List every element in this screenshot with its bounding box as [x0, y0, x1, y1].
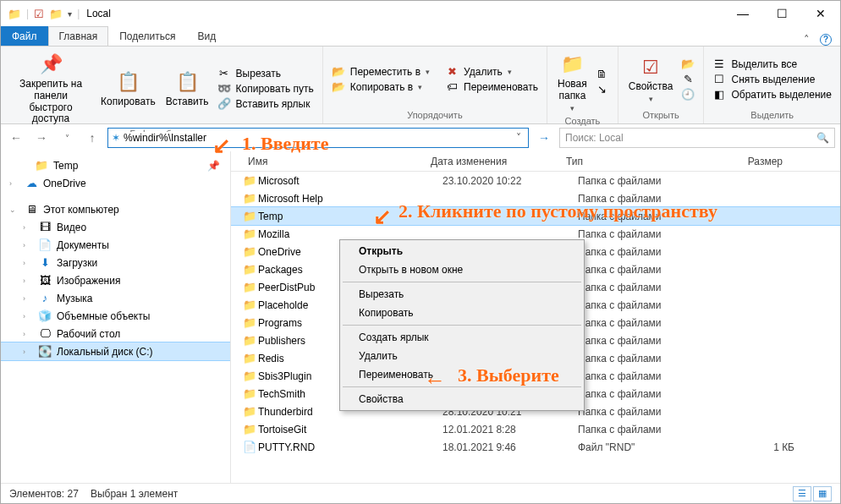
- properties-button[interactable]: ☑ Свойства: [624, 52, 679, 105]
- ctx-copy[interactable]: Копировать: [342, 304, 582, 322]
- select-none-button[interactable]: ☐Снять выделение: [709, 72, 835, 86]
- file-type: Папка с файлами: [573, 175, 732, 187]
- delete-button[interactable]: ✖Удалить: [442, 64, 541, 79]
- move-to-button[interactable]: 📂Переместить в: [328, 64, 433, 79]
- ctx-properties[interactable]: Свойства: [342, 390, 582, 408]
- group-new: 📁 Новая папка 🗎 ↘ Создать: [547, 47, 618, 123]
- search-icon: 🔍: [816, 132, 829, 144]
- paste-icon: 📋: [176, 69, 199, 95]
- expand-icon[interactable]: ›: [23, 241, 33, 249]
- tab-share[interactable]: Поделиться: [108, 26, 186, 46]
- divider: |: [26, 8, 29, 19]
- edit-button[interactable]: ✎: [678, 72, 698, 86]
- ctx-open-new-window[interactable]: Открыть в новом окне: [342, 260, 582, 279]
- ctx-cut[interactable]: Вырезать: [342, 285, 582, 304]
- tree-item-temp[interactable]: Temp📌: [1, 156, 230, 174]
- file-name: TortoiseGit: [258, 424, 437, 436]
- tab-home[interactable]: Главная: [48, 26, 109, 46]
- icons-view-button[interactable]: ▦: [813, 486, 832, 501]
- back-button[interactable]: ←: [6, 128, 26, 148]
- address-bar[interactable]: ✶ ˅: [107, 128, 529, 148]
- expand-icon[interactable]: ›: [9, 179, 19, 188]
- checkbox-icon[interactable]: ☑: [34, 8, 44, 20]
- path-icon: ➿: [217, 82, 231, 95]
- column-size[interactable]: Размер: [720, 156, 788, 167]
- details-view-button[interactable]: ☰: [793, 486, 811, 501]
- copy-button[interactable]: 📋 Копировать: [96, 68, 161, 110]
- file-type: Папка с файлами: [573, 299, 732, 311]
- close-button[interactable]: ✕: [801, 1, 840, 26]
- open-button[interactable]: 📂: [678, 57, 698, 71]
- ctx-create-shortcut[interactable]: Создать ярлык: [342, 328, 582, 347]
- go-button[interactable]: →: [534, 128, 554, 148]
- list-item[interactable]: Microsoft HelpПапка с файлами: [231, 189, 840, 207]
- expand-icon[interactable]: ›: [23, 330, 33, 338]
- newfolder-icon: 📁: [561, 52, 584, 77]
- forward-button[interactable]: →: [31, 128, 52, 148]
- copy-icon: 📋: [117, 69, 140, 95]
- ctx-open[interactable]: Открыть: [342, 242, 582, 260]
- ctx-rename[interactable]: Переименовать: [342, 365, 582, 384]
- expand-icon[interactable]: ›: [23, 259, 33, 267]
- folder-icon: [243, 387, 258, 400]
- up-button[interactable]: ↑: [82, 128, 102, 148]
- list-item[interactable]: Microsoft23.10.2020 10:22Папка с файлами: [231, 172, 840, 189]
- selectall-icon: ☰: [712, 58, 726, 70]
- expand-icon[interactable]: ›: [23, 277, 33, 285]
- tree-item-this-pc[interactable]: ⌄🖥Этот компьютер: [1, 200, 230, 218]
- tree-item-3d-objects[interactable]: ›🧊Объемные объекты: [1, 307, 230, 325]
- list-item[interactable]: TortoiseGit12.01.2021 8:28Папка с файлам…: [231, 420, 840, 438]
- qat-dropdown-icon[interactable]: ▾: [68, 9, 72, 19]
- tree-item-downloads[interactable]: ›⬇Загрузки: [1, 254, 230, 271]
- tree-item-documents[interactable]: ›📄Документы: [1, 236, 230, 254]
- new-folder-button[interactable]: 📁 Новая папка: [552, 50, 592, 114]
- newitem-icon: 🗎: [596, 68, 609, 80]
- rename-button[interactable]: 🏷Переименовать: [442, 79, 541, 94]
- pin-to-quick-access-button[interactable]: 📌 Закрепить на панели быстрого доступа: [6, 50, 96, 127]
- tree-item-videos[interactable]: ›🎞Видео: [1, 218, 230, 236]
- help-icon[interactable]: ?: [820, 34, 832, 46]
- minimize-button[interactable]: ―: [723, 1, 762, 26]
- search-box[interactable]: Поиск: Local 🔍: [559, 128, 835, 148]
- tree-item-pictures[interactable]: ›🖼Изображения: [1, 271, 230, 289]
- ctx-delete[interactable]: Удалить: [342, 347, 582, 365]
- file-type: Папка с файлами: [573, 406, 732, 418]
- list-item[interactable]: PUTTY.RND18.01.2021 9:46Файл "RND"1 КБ: [231, 438, 840, 456]
- tab-file[interactable]: Файл: [1, 26, 48, 46]
- new-item-button[interactable]: 🗎: [592, 67, 613, 81]
- invert-selection-button[interactable]: ◧Обратить выделение: [709, 87, 835, 101]
- history-button[interactable]: 🕘: [678, 87, 698, 101]
- tree-item-onedrive[interactable]: ›☁OneDrive: [1, 174, 230, 192]
- expand-icon[interactable]: ›: [23, 312, 33, 320]
- collapse-icon[interactable]: ⌄: [9, 205, 19, 214]
- address-dropdown-icon[interactable]: ˅: [513, 132, 525, 144]
- list-item[interactable]: TempПапка с файлами: [231, 207, 840, 225]
- properties-icon: ☑: [642, 54, 659, 79]
- column-date[interactable]: Дата изменения: [426, 156, 561, 167]
- quick-access-toolbar: 📁 | ☑ 📁 ▾ |: [8, 8, 80, 20]
- address-input[interactable]: [124, 132, 509, 144]
- folder-icon[interactable]: 📁: [49, 8, 63, 20]
- ribbon: 📌 Закрепить на панели быстрого доступа 📋…: [1, 47, 840, 124]
- expand-icon[interactable]: ›: [23, 223, 33, 232]
- column-name[interactable]: Имя: [231, 156, 426, 167]
- tree-item-music[interactable]: ›♪Музыка: [1, 289, 230, 307]
- easy-access-button[interactable]: ↘: [592, 82, 613, 96]
- cut-button[interactable]: ✂Вырезать: [214, 66, 317, 80]
- recent-locations-button[interactable]: ˅: [57, 128, 77, 148]
- collapse-ribbon-icon[interactable]: ˄: [804, 33, 810, 46]
- tree-item-desktop[interactable]: ›🖵Рабочий стол: [1, 325, 230, 342]
- select-all-button[interactable]: ☰Выделить все: [709, 57, 835, 71]
- column-type[interactable]: Тип: [561, 156, 720, 167]
- paste-button[interactable]: 📋 Вставить: [161, 68, 214, 110]
- maximize-button[interactable]: ☐: [762, 1, 801, 26]
- expand-icon[interactable]: ›: [23, 294, 33, 303]
- expand-icon[interactable]: ›: [23, 348, 33, 356]
- tab-view[interactable]: Вид: [186, 26, 227, 46]
- pin-icon: 📌: [40, 52, 63, 77]
- tree-item-disk-c[interactable]: ›💽Локальный диск (C:): [1, 342, 230, 360]
- copy-to-button[interactable]: 📂Копировать в: [328, 79, 433, 94]
- onedrive-icon: ☁: [25, 177, 38, 189]
- paste-shortcut-button[interactable]: 🔗Вставить ярлык: [214, 96, 317, 111]
- copy-path-button[interactable]: ➿Копировать путь: [214, 81, 317, 96]
